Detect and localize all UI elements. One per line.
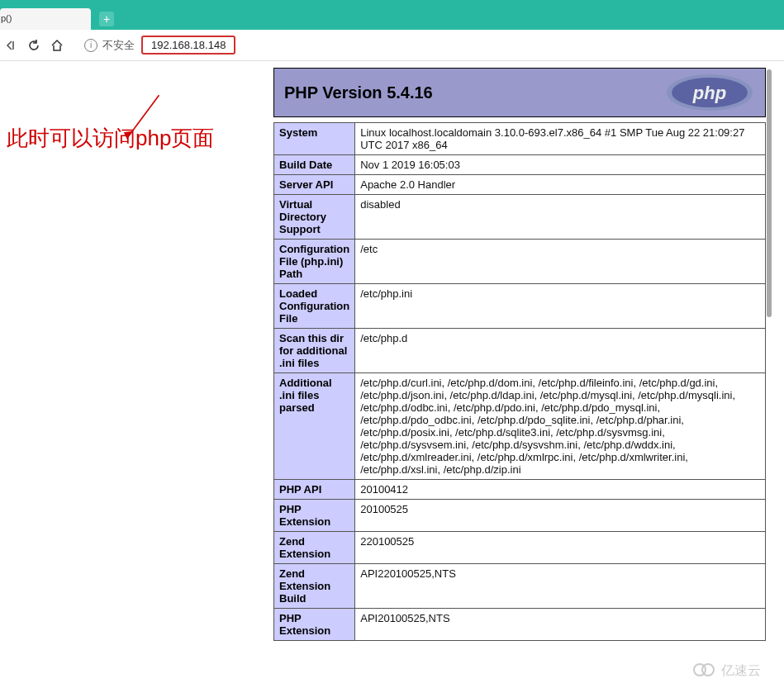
info-key: System [274, 123, 355, 155]
info-value: 20100412 [355, 480, 766, 500]
table-row: Loaded Configuration File/etc/php.ini [274, 284, 766, 329]
info-key: Additional .ini files parsed [274, 373, 355, 480]
info-key: PHP API [274, 480, 355, 500]
info-key: Loaded Configuration File [274, 284, 355, 329]
table-row: PHP ExtensionAPI20100525,NTS [274, 609, 766, 641]
reload-icon[interactable] [26, 38, 41, 53]
php-logo-icon: php [664, 72, 755, 113]
table-row: Scan this dir for additional .ini files/… [274, 329, 766, 373]
security-label: 不安全 [102, 38, 135, 53]
plus-icon: + [103, 12, 110, 26]
info-value: API20100525,NTS [355, 609, 766, 641]
table-row: Zend Extension BuildAPI220100525,NTS [274, 564, 766, 609]
phpinfo-title: PHP Version 5.4.16 [284, 83, 433, 102]
browser-toolbar: i 不安全 192.168.18.148 [0, 30, 784, 61]
table-row: PHP API20100412 [274, 480, 766, 500]
table-row: SystemLinux localhost.localdomain 3.10.0… [274, 123, 766, 155]
home-icon[interactable] [50, 38, 64, 53]
back-end-icon[interactable] [3, 38, 18, 53]
address-bar[interactable]: i 不安全 192.168.18.148 [84, 36, 235, 55]
url-text[interactable]: 192.168.18.148 [141, 36, 235, 55]
phpinfo-table: SystemLinux localhost.localdomain 3.10.0… [273, 122, 766, 641]
info-key: Server API [274, 175, 355, 195]
table-row: PHP Extension20100525 [274, 500, 766, 532]
table-row: Configuration File (php.ini) Path/etc [274, 240, 766, 284]
info-key: PHP Extension [274, 500, 355, 532]
info-value: /etc/php.d [355, 329, 766, 373]
info-key: PHP Extension [274, 609, 355, 641]
info-value: API220100525,NTS [355, 564, 766, 609]
info-value: Apache 2.0 Handler [355, 175, 766, 195]
browser-tab-strip: p() + [0, 0, 784, 30]
info-value: /etc [355, 240, 766, 284]
info-value: 20100525 [355, 500, 766, 532]
table-row: Server APIApache 2.0 Handler [274, 175, 766, 195]
info-key: Build Date [274, 155, 355, 175]
info-key: Virtual Directory Support [274, 195, 355, 240]
info-value: Linux localhost.localdomain 3.10.0-693.e… [355, 123, 766, 155]
info-value: /etc/php.d/curl.ini, /etc/php.d/dom.ini,… [355, 373, 766, 480]
info-value: disabled [355, 195, 766, 240]
info-key: Configuration File (php.ini) Path [274, 240, 355, 284]
browser-tab-label: p() [1, 13, 12, 23]
watermark-text: 亿速云 [720, 663, 761, 677]
info-value: /etc/php.ini [355, 284, 766, 329]
svg-point-6 [694, 664, 706, 676]
info-value: 220100525 [355, 532, 766, 564]
watermark: 亿速云 [688, 657, 779, 685]
browser-tab[interactable]: p() [0, 8, 91, 30]
annotation-text: 此时可以访问php页面 [7, 124, 214, 153]
viewport: 此时可以访问php页面 PHP Version 5.4.16 php Syste… [0, 61, 784, 688]
table-row: Virtual Directory Supportdisabled [274, 195, 766, 240]
phpinfo-panel: PHP Version 5.4.16 php SystemLinux local… [273, 68, 766, 641]
scrollbar[interactable] [767, 69, 772, 317]
phpinfo-header: PHP Version 5.4.16 php [273, 68, 766, 117]
svg-text:php: php [692, 83, 726, 103]
info-value: Nov 1 2019 16:05:03 [355, 155, 766, 175]
table-row: Additional .ini files parsed/etc/php.d/c… [274, 373, 766, 480]
table-row: Zend Extension220100525 [274, 532, 766, 564]
table-row: Build DateNov 1 2019 16:05:03 [274, 155, 766, 175]
info-key: Scan this dir for additional .ini files [274, 329, 355, 373]
info-icon[interactable]: i [84, 39, 97, 52]
info-key: Zend Extension [274, 532, 355, 564]
info-key: Zend Extension Build [274, 564, 355, 609]
new-tab-button[interactable]: + [99, 12, 114, 26]
svg-point-7 [702, 664, 714, 676]
